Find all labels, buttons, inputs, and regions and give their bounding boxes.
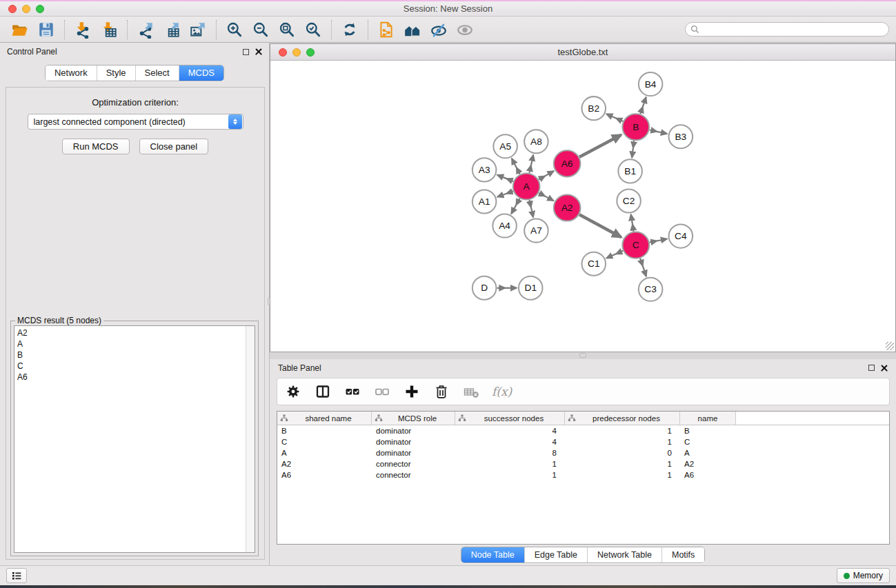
cell-shared-name[interactable]: B: [277, 425, 372, 436]
table-row[interactable]: A2connector11A2: [277, 458, 889, 469]
hide-selected-button[interactable]: [426, 19, 452, 41]
table-tab-network-table[interactable]: Network Table: [587, 547, 661, 562]
table-tab-motifs[interactable]: Motifs: [661, 547, 704, 562]
zoom-selected-button[interactable]: [300, 19, 326, 41]
column-header-predecessor-nodes[interactable]: predecessor nodes: [565, 412, 680, 425]
node-B[interactable]: B: [622, 114, 649, 140]
edge-A-A5[interactable]: [512, 159, 520, 174]
node-A2[interactable]: A2: [554, 194, 581, 221]
edge-A6-B[interactable]: [579, 135, 621, 157]
node-C2[interactable]: C2: [617, 189, 641, 212]
network-graph[interactable]: B4B2BB3A8A5A6A3B1AA1C2A2A4A7CC4C1C3DD1: [270, 61, 895, 352]
edge-A-A2[interactable]: [539, 193, 553, 201]
delete-columns-button[interactable]: [432, 383, 450, 401]
edge-A-A6[interactable]: [539, 171, 554, 179]
result-list-scrollbar[interactable]: [246, 326, 255, 552]
column-header-shared-name[interactable]: shared name: [277, 412, 372, 425]
add-column-button[interactable]: [403, 383, 421, 401]
edge-A-A7[interactable]: [529, 200, 533, 217]
node-A[interactable]: A: [513, 173, 540, 199]
node-D1[interactable]: D1: [519, 276, 543, 300]
save-session-button[interactable]: [33, 19, 59, 41]
edge-C-C2[interactable]: [631, 214, 634, 232]
edge-C-C4[interactable]: [650, 239, 667, 243]
edge-B-B1[interactable]: [632, 141, 634, 157]
zoom-out-button[interactable]: [248, 19, 274, 41]
cell-MCDS-role[interactable]: dominator: [372, 436, 455, 447]
node-C3[interactable]: C3: [639, 278, 663, 301]
search-input[interactable]: [685, 22, 889, 37]
export-network-button[interactable]: [132, 19, 159, 41]
cell-shared-name[interactable]: A6: [277, 469, 372, 480]
cell-name[interactable]: A6: [680, 469, 736, 480]
column-header-successor-nodes[interactable]: successor nodes: [455, 412, 565, 425]
node-C1[interactable]: C1: [581, 252, 606, 276]
cell-predecessor-nodes[interactable]: 1: [565, 436, 680, 447]
node-A4[interactable]: A4: [492, 214, 517, 238]
network-canvas[interactable]: B4B2BB3A8A5A6A3B1AA1C2A2A4A7CC4C1C3DD1: [270, 61, 895, 352]
cell-predecessor-nodes[interactable]: 1: [565, 469, 680, 480]
open-file-button[interactable]: [7, 19, 33, 41]
first-neighbors-button[interactable]: [399, 19, 426, 41]
cell-successor-nodes[interactable]: 1: [455, 458, 565, 469]
float-panel-icon[interactable]: [243, 49, 249, 55]
show-all-button[interactable]: [452, 19, 478, 41]
window-resize-grip[interactable]: [886, 342, 894, 350]
table-row[interactable]: Bdominator41B: [277, 425, 889, 436]
node-B4[interactable]: B4: [639, 72, 663, 96]
float-table-panel-icon[interactable]: [868, 365, 875, 371]
close-window-button[interactable]: [8, 5, 17, 13]
refresh-button[interactable]: [337, 19, 363, 41]
deselect-all-button[interactable]: [373, 383, 391, 401]
cell-shared-name[interactable]: A2: [277, 458, 372, 469]
table-row[interactable]: Adominator80A: [277, 447, 889, 458]
node-A3[interactable]: A3: [472, 158, 497, 181]
criterion-dropdown[interactable]: largest connected component (directed): [28, 114, 243, 130]
zoom-window-button[interactable]: [36, 5, 44, 13]
table-tab-node-table[interactable]: Node Table: [461, 547, 524, 562]
function-builder-icon[interactable]: f(x): [492, 385, 512, 398]
cell-predecessor-nodes[interactable]: 0: [565, 447, 680, 458]
import-network-button[interactable]: [70, 19, 96, 41]
tab-select[interactable]: Select: [135, 65, 179, 81]
cell-MCDS-role[interactable]: dominator: [372, 447, 455, 458]
import-table-button[interactable]: [96, 19, 122, 41]
node-A7[interactable]: A7: [524, 219, 548, 243]
edge-B-B4[interactable]: [640, 97, 646, 114]
cell-successor-nodes[interactable]: 4: [455, 436, 565, 447]
node-D[interactable]: D: [472, 276, 497, 300]
close-panel-button[interactable]: Close panel: [139, 139, 209, 154]
network-close-button[interactable]: [279, 48, 287, 57]
cell-name[interactable]: A2: [680, 458, 736, 469]
result-list-item[interactable]: A: [17, 338, 246, 349]
node-B3[interactable]: B3: [669, 125, 693, 148]
edge-B-B3[interactable]: [650, 130, 667, 134]
close-panel-icon[interactable]: [255, 48, 262, 55]
edge-C-C3[interactable]: [640, 258, 646, 276]
cell-name[interactable]: B: [680, 425, 736, 436]
minimize-window-button[interactable]: [22, 5, 30, 13]
tab-mcds[interactable]: MCDS: [179, 65, 223, 81]
zoom-in-button[interactable]: [221, 19, 248, 41]
edge-A-A8[interactable]: [529, 155, 533, 173]
cell-MCDS-role[interactable]: connector: [372, 469, 455, 480]
run-mcds-button[interactable]: Run MCDS: [62, 139, 130, 154]
tab-style[interactable]: Style: [97, 65, 135, 81]
edge-A-A4[interactable]: [511, 199, 519, 214]
new-network-from-selection-button[interactable]: [373, 19, 399, 41]
close-table-panel-icon[interactable]: [881, 365, 888, 372]
delete-table-button[interactable]: [462, 383, 480, 401]
cell-MCDS-role[interactable]: dominator: [372, 425, 455, 436]
node-A6[interactable]: A6: [554, 150, 581, 176]
node-A5[interactable]: A5: [493, 134, 517, 158]
node-A8[interactable]: A8: [524, 130, 548, 153]
cell-successor-nodes[interactable]: 8: [455, 447, 565, 458]
cell-successor-nodes[interactable]: 4: [455, 425, 565, 436]
edge-A2-C[interactable]: [579, 214, 621, 237]
edge-A-A3[interactable]: [497, 175, 513, 181]
result-list-item[interactable]: A6: [17, 372, 246, 383]
node-C4[interactable]: C4: [669, 225, 693, 248]
node-C[interactable]: C: [622, 232, 649, 258]
result-list-item[interactable]: C: [17, 361, 246, 372]
show-columns-button[interactable]: [314, 383, 332, 401]
